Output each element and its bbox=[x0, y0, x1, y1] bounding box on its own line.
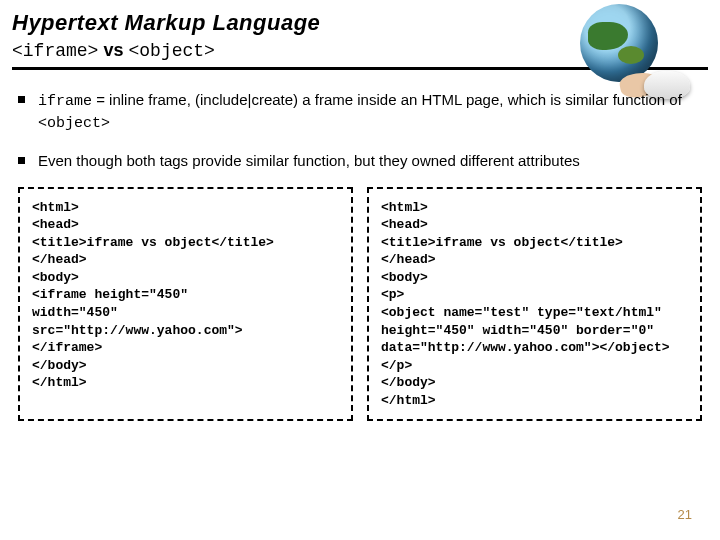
page-number: 21 bbox=[678, 507, 692, 522]
code-object-example: <html> <head> <title>iframe vs object</t… bbox=[367, 187, 702, 422]
bullet-text: = inline frame, (include|create) a frame… bbox=[92, 91, 682, 108]
content-area: iframe = inline frame, (include|create) … bbox=[0, 70, 720, 171]
subtitle-iframe-tag: <iframe> bbox=[12, 41, 98, 61]
bullet-item: Even though both tags provide similar fu… bbox=[34, 151, 698, 171]
page-title: Hypertext Markup Language bbox=[12, 10, 708, 36]
bullet-text: Even though both tags provide similar fu… bbox=[38, 152, 580, 169]
slide-header: Hypertext Markup Language <iframe> vs <o… bbox=[0, 0, 720, 70]
code-iframe-example: <html> <head> <title>iframe vs object</t… bbox=[18, 187, 353, 422]
subtitle-object-tag: <object> bbox=[128, 41, 214, 61]
bullet-tail-code: <object> bbox=[38, 115, 110, 132]
bullet-item: iframe = inline frame, (include|create) … bbox=[34, 90, 698, 135]
bullet-code: iframe bbox=[38, 93, 92, 110]
page-subtitle: <iframe> vs <object> bbox=[12, 40, 708, 61]
header-divider bbox=[12, 67, 708, 70]
code-columns: <html> <head> <title>iframe vs object</t… bbox=[0, 187, 720, 422]
subtitle-vs: vs bbox=[103, 40, 123, 60]
bullet-list: iframe = inline frame, (include|create) … bbox=[34, 90, 698, 171]
